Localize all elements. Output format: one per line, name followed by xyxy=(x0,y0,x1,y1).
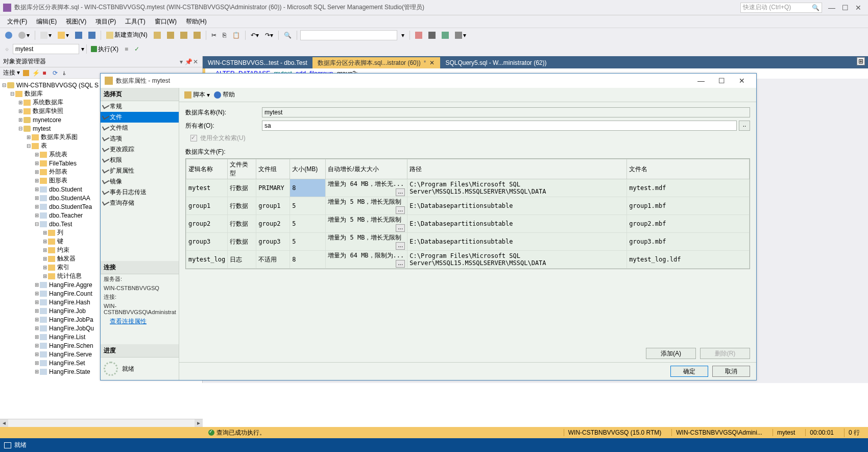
new-query-button[interactable]: 新建查询(N) xyxy=(104,30,150,40)
tree-stats[interactable]: 统计信息 xyxy=(57,272,82,280)
new-button[interactable]: ▾ xyxy=(38,30,54,40)
owner-browse-button[interactable]: .. xyxy=(739,121,750,131)
cell-size[interactable]: 8 xyxy=(290,251,326,269)
tab-1[interactable]: WIN-CSTBNBVVGS...test - dbo.Test xyxy=(203,57,312,68)
grid-row[interactable]: group2行数据group25增量为 5 MB，增长无限制...E:\Data… xyxy=(186,215,750,233)
col-size[interactable]: 大小(MB) xyxy=(290,159,326,179)
menu-file[interactable]: 文件(F) xyxy=(3,16,31,27)
tree-hf-set[interactable]: HangFire.Set xyxy=(49,360,85,367)
nav-options[interactable]: 选项 xyxy=(101,133,179,144)
growth-ellipsis-button[interactable]: ... xyxy=(396,224,405,232)
close-button[interactable]: ✕ xyxy=(852,4,865,12)
dialog-maximize-button[interactable]: ☐ xyxy=(711,77,732,85)
tree-hf-jobpa[interactable]: HangFire.JobPa xyxy=(49,316,93,323)
more-4[interactable] xyxy=(191,30,203,40)
menu-view[interactable]: 视图(V) xyxy=(62,16,90,27)
tree-snapshot[interactable]: 数据库快照 xyxy=(33,107,63,115)
filter-icon[interactable] xyxy=(23,70,29,76)
combo-drop[interactable]: ▾ xyxy=(399,30,406,40)
oe-icon-3[interactable]: ■ xyxy=(42,69,50,77)
tree-keys[interactable]: 键 xyxy=(57,237,63,246)
tree-hf-aggre[interactable]: HangFire.Aggre xyxy=(49,281,92,289)
cell-fgroup[interactable]: group1 xyxy=(256,197,290,215)
redo-button[interactable]: ↷▾ xyxy=(263,30,275,40)
menu-help[interactable]: 帮助(H) xyxy=(182,16,211,27)
tree-hf-schen[interactable]: HangFire.Schen xyxy=(49,342,93,349)
cell-size[interactable]: 5 xyxy=(290,233,326,251)
nav-query-store[interactable]: 查询存储 xyxy=(101,198,179,208)
minimize-button[interactable]: — xyxy=(825,4,838,12)
cell-path[interactable]: C:\Program Files\Microsoft SQL Server\MS… xyxy=(407,251,627,269)
find-button[interactable]: 🔍 xyxy=(282,30,294,40)
cell-fname[interactable]: group3.mbf xyxy=(627,233,750,251)
database-combo[interactable]: mytest xyxy=(13,44,79,54)
tree-indexes[interactable]: 索引 xyxy=(57,263,69,272)
close-panel-icon[interactable]: ✕ xyxy=(192,58,199,65)
cancel-button[interactable]: 取消 xyxy=(712,366,750,377)
tree-student[interactable]: dbo.Student xyxy=(49,186,82,193)
cell-growth[interactable]: 增量为 5 MB，增长无限制... xyxy=(326,215,407,233)
growth-ellipsis-button[interactable]: ... xyxy=(396,242,405,250)
tab-2[interactable]: 数据库分区分表脚本.sql...istrator (60))*✕ xyxy=(312,57,441,68)
tree-test[interactable]: dbo.Test xyxy=(49,221,72,228)
dropdown-icon[interactable]: ▾ xyxy=(178,58,185,65)
cell-size[interactable]: 5 xyxy=(290,215,326,233)
help-button[interactable]: 帮助 xyxy=(214,90,235,99)
cell-path[interactable]: E:\Databasepartitionsubtable xyxy=(407,215,627,233)
cell-growth[interactable]: 增量为 5 MB，增长无限制... xyxy=(326,233,407,251)
quick-launch-input[interactable]: 快速启动 (Ctrl+Q) 🔍 xyxy=(740,3,822,13)
cell-ftype[interactable]: 日志 xyxy=(228,251,256,269)
oe-icon-5[interactable]: ⫰ xyxy=(63,69,70,77)
connect-button[interactable]: 连接 ▾ xyxy=(3,68,20,77)
sql-overview-icon[interactable]: ⊞ xyxy=(857,57,865,65)
oe-icon-4[interactable]: ⟳ xyxy=(53,69,60,77)
nav-filegroups[interactable]: 文件组 xyxy=(101,123,179,133)
cell-fname[interactable]: mytest.mdf xyxy=(627,179,750,197)
nav-general[interactable]: 常规 xyxy=(101,101,179,112)
col-fname[interactable]: 文件名 xyxy=(627,159,750,179)
cell-growth[interactable]: 增量为 5 MB，增长无限制... xyxy=(326,197,407,215)
cell-fgroup[interactable]: PRIMARY xyxy=(256,179,290,197)
tree-hf-hash[interactable]: HangFire.Hash xyxy=(49,299,90,306)
script-button[interactable]: 脚本▾ xyxy=(184,90,210,99)
cell-path[interactable]: E:\Databasepartitionsubtable xyxy=(407,233,627,251)
more-2[interactable] xyxy=(165,30,176,40)
growth-ellipsis-button[interactable]: ... xyxy=(396,206,405,214)
cut-button[interactable]: ✂ xyxy=(209,30,219,40)
add-file-button[interactable]: 添加(A) xyxy=(646,348,696,359)
tab-3[interactable]: SQLQuery5.sql - W...ministrator (62)) xyxy=(440,57,551,68)
dialog-close-button[interactable]: ✕ xyxy=(732,77,752,85)
back-button[interactable] xyxy=(3,30,14,40)
tool-c[interactable] xyxy=(440,30,451,40)
more-1[interactable] xyxy=(152,30,163,40)
grid-row[interactable]: mytest_log日志不适用8增量为 64 MB，限制为......C:\Pr… xyxy=(186,251,750,269)
growth-ellipsis-button[interactable]: ... xyxy=(396,188,405,196)
forward-button[interactable]: ▾ xyxy=(16,30,32,40)
cell-growth[interactable]: 增量为 64 MB，限制为...... xyxy=(326,251,407,269)
cell-ftype[interactable]: 行数据 xyxy=(228,197,256,215)
tree-teacher[interactable]: dbo.Teacher xyxy=(49,212,83,219)
cell-fgroup[interactable]: group3 xyxy=(256,233,290,251)
cell-logical[interactable]: group2 xyxy=(186,215,228,233)
nav-change-tracking[interactable]: 更改跟踪 xyxy=(101,144,179,155)
tree-mynetcore[interactable]: mynetcore xyxy=(33,116,61,124)
oe-icon-2[interactable]: ⚡ xyxy=(32,69,39,77)
execute-button[interactable]: 执行(X) xyxy=(89,44,120,54)
tree-exttables[interactable]: 外部表 xyxy=(49,168,67,176)
col-ftype[interactable]: 文件类型 xyxy=(228,159,256,179)
tree-hf-jobqu[interactable]: HangFire.JobQu xyxy=(49,325,94,332)
dialog-minimize-button[interactable]: — xyxy=(691,77,711,85)
undo-button[interactable]: ↶▾ xyxy=(249,30,261,40)
save-all-button[interactable] xyxy=(86,30,98,40)
open-button[interactable]: ▾ xyxy=(56,30,71,40)
col-fgroup[interactable]: 文件组 xyxy=(256,159,290,179)
combo-arrow[interactable]: ▾ xyxy=(81,45,84,53)
cell-path[interactable]: E:\Databasepartitionsubtable xyxy=(407,197,627,215)
owner-input[interactable]: sa xyxy=(262,121,737,131)
grid-row[interactable]: group3行数据group35增量为 5 MB，增长无限制...E:\Data… xyxy=(186,233,750,251)
tree-graphtables[interactable]: 图形表 xyxy=(49,176,67,185)
nav-view-conn-props[interactable]: 查看连接属性 xyxy=(101,316,179,329)
cell-size[interactable]: 8 xyxy=(290,179,326,197)
tree-columns[interactable]: 列 xyxy=(57,228,63,237)
tool-d[interactable]: ▾ xyxy=(453,30,468,40)
